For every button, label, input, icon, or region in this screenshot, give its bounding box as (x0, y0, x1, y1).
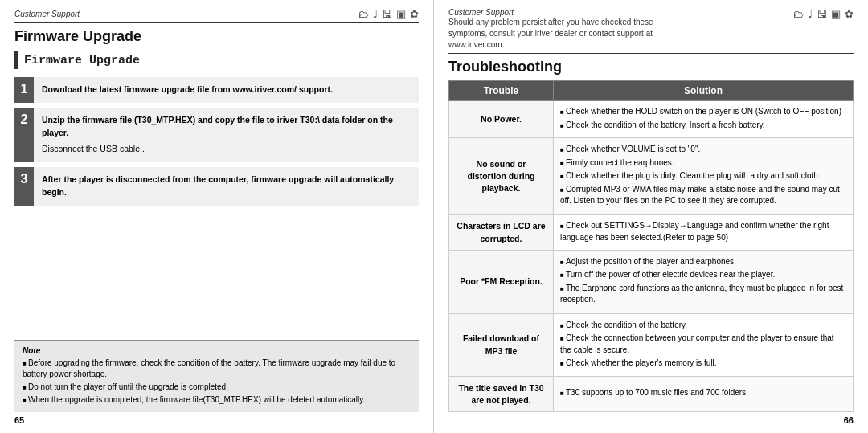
col-trouble: Trouble (449, 81, 554, 101)
solution-item: ■ Check whether the HOLD switch on the p… (560, 106, 846, 118)
table-row: The title saved in T30 are not played.■ … (449, 377, 854, 412)
solution-item: ■ Check the condition of the battery. (560, 320, 846, 332)
section-heading: Firmware Upgrade (14, 51, 419, 69)
right-music-icon: ♩ (808, 8, 813, 20)
troubleshoot-title: Troubleshooting (448, 59, 854, 76)
step-1-num: 1 (14, 77, 34, 103)
solution-item: ■ Check whether the plug is dirty. Clean… (560, 170, 846, 182)
note-item-3: When the upgrade is completed, the firmw… (23, 394, 411, 406)
section-title: Firmware Upgrade (24, 54, 140, 67)
step-1-text: Download the latest firmware upgrade fil… (42, 84, 333, 94)
solution-item: ■ Check whether VOLUME is set to "0". (560, 144, 846, 156)
solution-item: ■ Firmly connect the earphones. (560, 157, 846, 170)
note-box: Note Before upgrading the firmware, chec… (14, 340, 419, 412)
solution-item: ■ Adjust the position of the player and … (560, 256, 846, 268)
right-save-icon: 🖫 (817, 8, 827, 20)
col-solution: Solution (554, 81, 854, 101)
solution-item: ■ The Earphone cord functions as the ant… (560, 283, 846, 306)
note-item-1: Before upgrading the firmware, check the… (23, 357, 411, 380)
right-header-icons: 🗁 ♩ 🖫 ▣ ✿ (793, 8, 854, 20)
solution-cell: ■ Check whether the HOLD switch on the p… (554, 101, 854, 138)
trouble-cell: Poor *FM Reception. (449, 251, 554, 314)
right-folder-icon: 🗁 (793, 8, 804, 20)
step-3: 3 After the player is disconnected from … (14, 167, 419, 206)
table-row: No sound or distortion during playback.■… (449, 138, 854, 215)
grid-icon: ▣ (396, 8, 406, 20)
left-header-icons: 🗁 ♩ 🖫 ▣ ✿ (358, 8, 419, 20)
solution-item: ■ Corrupted MP3 or WMA files may make a … (560, 184, 846, 207)
solution-item: ■ Check out SETTINGS→Display→Language an… (560, 220, 846, 243)
solution-cell: ■ Check whether VOLUME is set to "0".■ F… (554, 138, 854, 215)
step-2-subtext: Disconnect the USB cable . (42, 143, 411, 156)
save-icon: 🖫 (382, 8, 392, 20)
step-3-num: 3 (14, 167, 34, 206)
solution-item: ■ Check the condition of the battery. In… (560, 120, 846, 132)
trouble-cell: Failed download of MP3 file (449, 313, 554, 377)
table-row: Characters in LCD are corrupted.■ Check … (449, 215, 854, 251)
right-settings-icon: ✿ (845, 8, 854, 20)
right-customer-support-label: Customer Support (448, 8, 657, 17)
trouble-cell: Characters in LCD are corrupted. (449, 215, 554, 251)
trouble-tbody: No Power.■ Check whether the HOLD switch… (449, 101, 854, 412)
trouble-cell: No sound or distortion during playback. (449, 138, 554, 215)
step-2-num: 2 (14, 108, 34, 162)
folder-icon: 🗁 (358, 8, 369, 20)
trouble-table: Trouble Solution No Power.■ Check whethe… (448, 80, 854, 412)
solution-cell: ■ Check out SETTINGS→Display→Language an… (554, 215, 854, 251)
step-3-text: After the player is disconnected from th… (42, 174, 394, 197)
left-page-number: 65 (14, 412, 419, 425)
note-title: Note (23, 346, 411, 355)
solution-item: ■ Check the connection between your comp… (560, 333, 846, 356)
solution-cell: ■ T30 supports up to 700 music files and… (554, 377, 854, 412)
section-bar (14, 51, 18, 69)
right-page-number: 66 (448, 412, 854, 425)
right-header-description: Should any problem persist after you hav… (448, 17, 657, 51)
solution-cell: ■ Adjust the position of the player and … (554, 251, 854, 314)
solution-item: ■ Check whether the player's memory is f… (560, 357, 846, 370)
left-page: Customer Support 🗁 ♩ 🖫 ▣ ✿ Firmware Upgr… (0, 0, 434, 433)
steps-container: 1 Download the latest firmware upgrade f… (14, 77, 419, 335)
note-item-2: Do not turn the player off until the upg… (23, 382, 411, 393)
step-2-content: Unzip the firmware file (T30_MTP.HEX) an… (34, 108, 419, 162)
right-page: Customer Support Should any problem pers… (434, 0, 868, 433)
solution-item: ■ T30 supports up to 700 music files and… (560, 387, 846, 399)
left-header: Customer Support 🗁 ♩ 🖫 ▣ ✿ (14, 8, 419, 23)
left-page-title: Firmware Upgrade (14, 28, 419, 45)
settings-icon: ✿ (410, 8, 419, 20)
trouble-cell: The title saved in T30 are not played. (449, 377, 554, 412)
music-icon: ♩ (373, 8, 378, 20)
right-header: Customer Support Should any problem pers… (448, 8, 854, 54)
table-row: Poor *FM Reception.■ Adjust the position… (449, 251, 854, 314)
step-1-content: Download the latest firmware upgrade fil… (34, 77, 419, 103)
table-header-row: Trouble Solution (449, 81, 854, 101)
solution-cell: ■ Check the condition of the battery.■ C… (554, 313, 854, 377)
step-2-text: Unzip the firmware file (T30_MTP.HEX) an… (42, 115, 393, 137)
table-row: Failed download of MP3 file■ Check the c… (449, 313, 854, 377)
note-list: Before upgrading the firmware, check the… (23, 357, 411, 406)
table-row: No Power.■ Check whether the HOLD switch… (449, 101, 854, 138)
solution-item: ■ Turn off the power of other electric d… (560, 269, 846, 281)
trouble-cell: No Power. (449, 101, 554, 138)
step-2: 2 Unzip the firmware file (T30_MTP.HEX) … (14, 108, 419, 162)
left-customer-support-label: Customer Support (14, 10, 80, 18)
right-header-left: Customer Support Should any problem pers… (448, 8, 657, 51)
step-1: 1 Download the latest firmware upgrade f… (14, 77, 419, 103)
step-3-content: After the player is disconnected from th… (34, 167, 419, 206)
right-grid-icon: ▣ (831, 8, 841, 20)
